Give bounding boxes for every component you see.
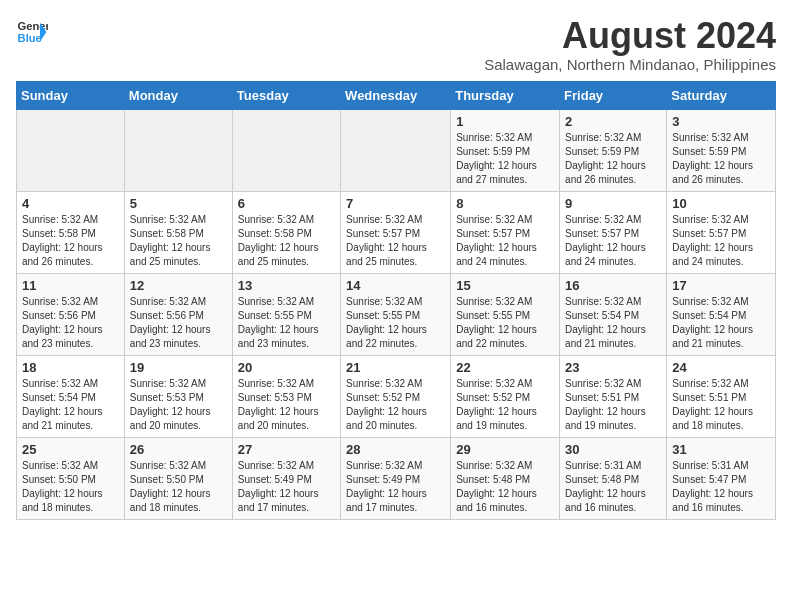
calendar-cell: 17Sunrise: 5:32 AM Sunset: 5:54 PM Dayli… (667, 273, 776, 355)
calendar-cell: 15Sunrise: 5:32 AM Sunset: 5:55 PM Dayli… (451, 273, 560, 355)
day-number: 8 (456, 196, 554, 211)
day-number: 27 (238, 442, 335, 457)
calendar-cell: 30Sunrise: 5:31 AM Sunset: 5:48 PM Dayli… (560, 437, 667, 519)
day-number: 14 (346, 278, 445, 293)
calendar-cell: 31Sunrise: 5:31 AM Sunset: 5:47 PM Dayli… (667, 437, 776, 519)
day-number: 10 (672, 196, 770, 211)
calendar-cell: 27Sunrise: 5:32 AM Sunset: 5:49 PM Dayli… (232, 437, 340, 519)
day-info: Sunrise: 5:32 AM Sunset: 5:56 PM Dayligh… (130, 295, 227, 351)
calendar-cell: 12Sunrise: 5:32 AM Sunset: 5:56 PM Dayli… (124, 273, 232, 355)
day-number: 29 (456, 442, 554, 457)
title-block: August 2024 Salawagan, Northern Mindanao… (484, 16, 776, 73)
svg-text:Blue: Blue (18, 32, 42, 44)
calendar-cell: 19Sunrise: 5:32 AM Sunset: 5:53 PM Dayli… (124, 355, 232, 437)
day-number: 3 (672, 114, 770, 129)
day-info: Sunrise: 5:32 AM Sunset: 5:59 PM Dayligh… (565, 131, 661, 187)
day-info: Sunrise: 5:32 AM Sunset: 5:55 PM Dayligh… (456, 295, 554, 351)
day-info: Sunrise: 5:32 AM Sunset: 5:52 PM Dayligh… (346, 377, 445, 433)
calendar-week-row: 25Sunrise: 5:32 AM Sunset: 5:50 PM Dayli… (17, 437, 776, 519)
calendar-cell: 14Sunrise: 5:32 AM Sunset: 5:55 PM Dayli… (341, 273, 451, 355)
logo: General Blue (16, 16, 48, 48)
day-info: Sunrise: 5:32 AM Sunset: 5:57 PM Dayligh… (346, 213, 445, 269)
day-info: Sunrise: 5:32 AM Sunset: 5:59 PM Dayligh… (672, 131, 770, 187)
calendar-cell: 6Sunrise: 5:32 AM Sunset: 5:58 PM Daylig… (232, 191, 340, 273)
calendar-cell: 13Sunrise: 5:32 AM Sunset: 5:55 PM Dayli… (232, 273, 340, 355)
day-number: 5 (130, 196, 227, 211)
calendar-week-row: 4Sunrise: 5:32 AM Sunset: 5:58 PM Daylig… (17, 191, 776, 273)
calendar-cell: 7Sunrise: 5:32 AM Sunset: 5:57 PM Daylig… (341, 191, 451, 273)
calendar-table: SundayMondayTuesdayWednesdayThursdayFrid… (16, 81, 776, 520)
calendar-header-row: SundayMondayTuesdayWednesdayThursdayFrid… (17, 81, 776, 109)
day-number: 18 (22, 360, 119, 375)
logo-icon: General Blue (16, 16, 48, 48)
day-info: Sunrise: 5:32 AM Sunset: 5:53 PM Dayligh… (238, 377, 335, 433)
day-number: 30 (565, 442, 661, 457)
day-number: 7 (346, 196, 445, 211)
calendar-cell: 25Sunrise: 5:32 AM Sunset: 5:50 PM Dayli… (17, 437, 125, 519)
calendar-cell: 26Sunrise: 5:32 AM Sunset: 5:50 PM Dayli… (124, 437, 232, 519)
day-info: Sunrise: 5:32 AM Sunset: 5:58 PM Dayligh… (130, 213, 227, 269)
day-info: Sunrise: 5:31 AM Sunset: 5:47 PM Dayligh… (672, 459, 770, 515)
day-info: Sunrise: 5:32 AM Sunset: 5:58 PM Dayligh… (22, 213, 119, 269)
day-number: 17 (672, 278, 770, 293)
day-number: 12 (130, 278, 227, 293)
calendar-cell: 16Sunrise: 5:32 AM Sunset: 5:54 PM Dayli… (560, 273, 667, 355)
calendar-cell (17, 109, 125, 191)
day-number: 28 (346, 442, 445, 457)
calendar-cell: 2Sunrise: 5:32 AM Sunset: 5:59 PM Daylig… (560, 109, 667, 191)
page-header: General Blue August 2024 Salawagan, Nort… (16, 16, 776, 73)
day-info: Sunrise: 5:32 AM Sunset: 5:48 PM Dayligh… (456, 459, 554, 515)
day-info: Sunrise: 5:32 AM Sunset: 5:49 PM Dayligh… (238, 459, 335, 515)
day-number: 23 (565, 360, 661, 375)
calendar-week-row: 11Sunrise: 5:32 AM Sunset: 5:56 PM Dayli… (17, 273, 776, 355)
calendar-cell: 24Sunrise: 5:32 AM Sunset: 5:51 PM Dayli… (667, 355, 776, 437)
day-info: Sunrise: 5:32 AM Sunset: 5:55 PM Dayligh… (238, 295, 335, 351)
calendar-cell (232, 109, 340, 191)
calendar-cell: 21Sunrise: 5:32 AM Sunset: 5:52 PM Dayli… (341, 355, 451, 437)
calendar-cell: 18Sunrise: 5:32 AM Sunset: 5:54 PM Dayli… (17, 355, 125, 437)
day-number: 11 (22, 278, 119, 293)
day-number: 31 (672, 442, 770, 457)
column-header-tuesday: Tuesday (232, 81, 340, 109)
day-number: 20 (238, 360, 335, 375)
calendar-cell: 5Sunrise: 5:32 AM Sunset: 5:58 PM Daylig… (124, 191, 232, 273)
calendar-cell (124, 109, 232, 191)
day-number: 16 (565, 278, 661, 293)
calendar-cell: 1Sunrise: 5:32 AM Sunset: 5:59 PM Daylig… (451, 109, 560, 191)
day-info: Sunrise: 5:32 AM Sunset: 5:49 PM Dayligh… (346, 459, 445, 515)
day-info: Sunrise: 5:32 AM Sunset: 5:54 PM Dayligh… (672, 295, 770, 351)
column-header-thursday: Thursday (451, 81, 560, 109)
location: Salawagan, Northern Mindanao, Philippine… (484, 56, 776, 73)
day-number: 26 (130, 442, 227, 457)
day-info: Sunrise: 5:32 AM Sunset: 5:52 PM Dayligh… (456, 377, 554, 433)
day-number: 15 (456, 278, 554, 293)
day-number: 19 (130, 360, 227, 375)
day-number: 25 (22, 442, 119, 457)
day-info: Sunrise: 5:32 AM Sunset: 5:57 PM Dayligh… (565, 213, 661, 269)
calendar-cell: 10Sunrise: 5:32 AM Sunset: 5:57 PM Dayli… (667, 191, 776, 273)
day-number: 6 (238, 196, 335, 211)
column-header-monday: Monday (124, 81, 232, 109)
calendar-week-row: 18Sunrise: 5:32 AM Sunset: 5:54 PM Dayli… (17, 355, 776, 437)
calendar-cell (341, 109, 451, 191)
day-info: Sunrise: 5:32 AM Sunset: 5:50 PM Dayligh… (22, 459, 119, 515)
day-info: Sunrise: 5:32 AM Sunset: 5:57 PM Dayligh… (456, 213, 554, 269)
day-info: Sunrise: 5:32 AM Sunset: 5:50 PM Dayligh… (130, 459, 227, 515)
calendar-cell: 29Sunrise: 5:32 AM Sunset: 5:48 PM Dayli… (451, 437, 560, 519)
day-number: 4 (22, 196, 119, 211)
calendar-cell: 22Sunrise: 5:32 AM Sunset: 5:52 PM Dayli… (451, 355, 560, 437)
day-number: 13 (238, 278, 335, 293)
column-header-wednesday: Wednesday (341, 81, 451, 109)
calendar-cell: 23Sunrise: 5:32 AM Sunset: 5:51 PM Dayli… (560, 355, 667, 437)
day-info: Sunrise: 5:32 AM Sunset: 5:54 PM Dayligh… (22, 377, 119, 433)
day-info: Sunrise: 5:32 AM Sunset: 5:53 PM Dayligh… (130, 377, 227, 433)
calendar-cell: 9Sunrise: 5:32 AM Sunset: 5:57 PM Daylig… (560, 191, 667, 273)
day-info: Sunrise: 5:32 AM Sunset: 5:56 PM Dayligh… (22, 295, 119, 351)
day-info: Sunrise: 5:32 AM Sunset: 5:54 PM Dayligh… (565, 295, 661, 351)
day-number: 1 (456, 114, 554, 129)
calendar-cell: 4Sunrise: 5:32 AM Sunset: 5:58 PM Daylig… (17, 191, 125, 273)
calendar-week-row: 1Sunrise: 5:32 AM Sunset: 5:59 PM Daylig… (17, 109, 776, 191)
calendar-cell: 3Sunrise: 5:32 AM Sunset: 5:59 PM Daylig… (667, 109, 776, 191)
day-info: Sunrise: 5:32 AM Sunset: 5:55 PM Dayligh… (346, 295, 445, 351)
day-info: Sunrise: 5:32 AM Sunset: 5:51 PM Dayligh… (672, 377, 770, 433)
